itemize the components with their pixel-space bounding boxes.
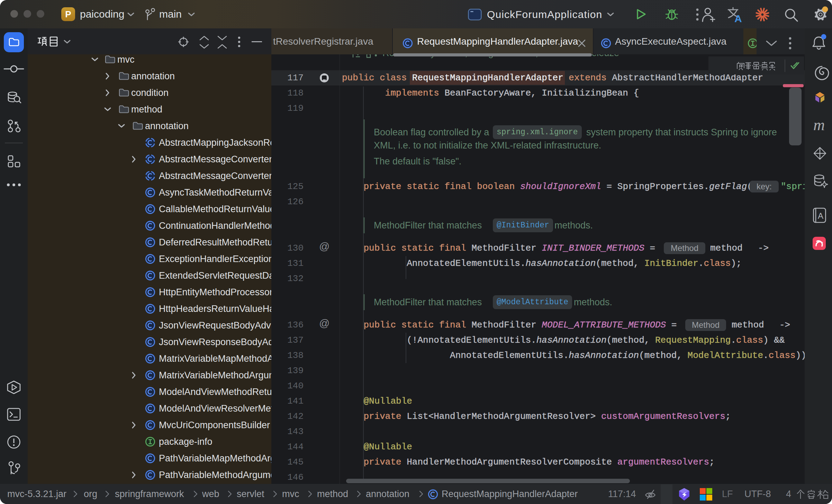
svg-text:A: A [734,13,742,24]
svg-text:A: A [818,211,823,220]
